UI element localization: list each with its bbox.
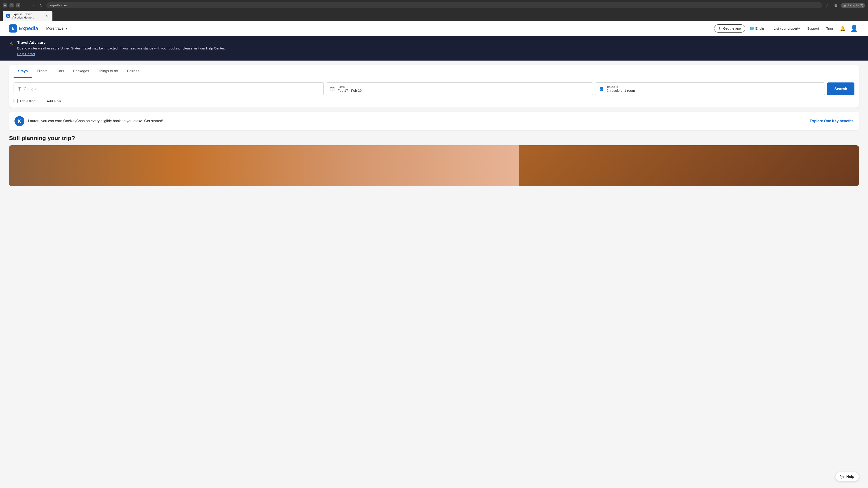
- language-label: English: [755, 26, 767, 30]
- page-content: E Expedia More travel ▾ ⬇ Get the app 🌐 …: [0, 21, 868, 488]
- still-planning-heading: Still planning your trip?: [9, 135, 859, 142]
- add-flight-checkbox[interactable]: Add a flight: [13, 99, 36, 103]
- advisory-title: Travel Advisory: [17, 40, 225, 45]
- refresh-button[interactable]: ↻: [37, 2, 44, 9]
- download-icon: ⬇: [718, 26, 721, 31]
- onekey-left: K Lauren, you can earn OneKeyCash on eve…: [14, 116, 163, 126]
- add-car-checkbox[interactable]: Add a car: [41, 99, 61, 103]
- tab-cars[interactable]: Cars: [52, 65, 69, 78]
- advisory-warning-icon: ⚠: [9, 41, 13, 47]
- tab-cruises-label: Cruises: [127, 69, 139, 73]
- sidebar-button[interactable]: ⊟: [833, 2, 839, 9]
- tab-flights[interactable]: Flights: [32, 65, 52, 78]
- search-button[interactable]: Search: [827, 83, 855, 95]
- notification-bell-icon: 🔔: [840, 26, 846, 31]
- incognito-icon: 🕵: [843, 4, 846, 7]
- still-planning-section: Still planning your trip?: [9, 135, 859, 186]
- travelers-label: Travelers: [607, 86, 635, 89]
- add-flight-label: Add a flight: [20, 99, 36, 103]
- tab-things-label: Things to do: [98, 69, 118, 73]
- incognito-label: Incognito (3): [848, 4, 863, 7]
- list-property-label: List your property: [774, 26, 800, 30]
- onekey-avatar: K: [14, 116, 24, 126]
- get-app-label: Get the app: [723, 26, 741, 30]
- tab-favicon: E: [6, 14, 10, 18]
- tab-flights-label: Flights: [37, 69, 48, 73]
- location-pin-icon: 📍: [17, 87, 22, 92]
- tab-cars-label: Cars: [57, 69, 64, 73]
- globe-icon: 🌐: [750, 26, 754, 31]
- active-tab[interactable]: E Expedia Travel: Vacation Home... ×: [3, 11, 53, 21]
- trips-button[interactable]: Trips: [824, 25, 836, 32]
- help-chat-icon: 💬: [840, 475, 844, 479]
- logo-icon: E: [9, 24, 17, 33]
- logo-name: Expedia: [19, 26, 38, 31]
- more-travel-button[interactable]: More travel ▾: [43, 24, 70, 32]
- support-label: Support: [807, 26, 819, 30]
- advisory-message: Due to winter weather in the United Stat…: [17, 46, 225, 50]
- trips-label: Trips: [826, 26, 834, 30]
- forward-button[interactable]: ›: [31, 2, 36, 8]
- add-car-input[interactable]: [41, 99, 45, 103]
- minimize-button[interactable]: ─: [3, 3, 7, 7]
- advisory-help-center-link[interactable]: Help Center: [17, 52, 35, 56]
- onekey-message: Lauren, you can earn OneKeyCash on every…: [28, 119, 163, 123]
- expedia-header: E Expedia More travel ▾ ⬇ Get the app 🌐 …: [0, 21, 868, 36]
- notification-button[interactable]: 🔔: [838, 24, 847, 33]
- window-controls[interactable]: ─ ⧉ ×: [3, 3, 20, 7]
- search-extras: Add a flight Add a car: [13, 99, 855, 103]
- tab-stays-label: Stays: [18, 69, 28, 73]
- dates-value: Feb 17 - Feb 20: [338, 89, 362, 92]
- more-travel-chevron-icon: ▾: [66, 26, 67, 31]
- destination-image: [9, 145, 519, 186]
- search-inputs: 📍 Going to 📅 Dates Feb 17 - Feb 20 👤 Tra…: [13, 83, 855, 95]
- advisory-content: Travel Advisory Due to winter weather in…: [17, 40, 225, 56]
- address-bar[interactable]: expedia.com: [46, 2, 822, 8]
- back-button[interactable]: ‹: [24, 2, 29, 8]
- onekey-banner: K Lauren, you can earn OneKeyCash on eve…: [9, 112, 859, 130]
- list-property-button[interactable]: List your property: [771, 25, 803, 32]
- destination-card[interactable]: [9, 145, 859, 186]
- going-to-field[interactable]: 📍 Going to: [13, 83, 324, 95]
- tab-packages-label: Packages: [73, 69, 89, 73]
- tab-title: Expedia Travel: Vacation Home...: [12, 12, 43, 19]
- restore-button[interactable]: ⧉: [9, 3, 13, 7]
- new-tab-button[interactable]: +: [53, 13, 60, 21]
- expedia-logo[interactable]: E Expedia: [9, 24, 38, 33]
- travelers-icon: 👤: [599, 87, 604, 92]
- travelers-field-content: Travelers 2 travelers, 1 room: [607, 86, 635, 92]
- explore-onekey-link[interactable]: Explore One Key benefits: [810, 119, 854, 123]
- tab-close-button[interactable]: ×: [45, 14, 49, 18]
- close-button[interactable]: ×: [16, 3, 20, 7]
- get-app-button[interactable]: ⬇ Get the app: [714, 24, 745, 33]
- support-button[interactable]: Support: [804, 25, 822, 32]
- travel-advisory-banner: ⚠ Travel Advisory Due to winter weather …: [0, 36, 868, 61]
- header-right: ⬇ Get the app 🌐 English List your proper…: [714, 24, 859, 33]
- add-car-label: Add a car: [47, 99, 61, 103]
- help-button[interactable]: 💬 Help: [835, 472, 859, 481]
- going-to-placeholder: Going to: [24, 87, 37, 91]
- header-left: E Expedia More travel ▾: [9, 24, 70, 33]
- add-flight-input[interactable]: [13, 99, 18, 103]
- tab-stays[interactable]: Stays: [13, 65, 32, 78]
- account-icon: 👤: [850, 25, 858, 32]
- tab-bar: E Expedia Travel: Vacation Home... × +: [3, 11, 865, 21]
- bookmark-button[interactable]: ☆: [824, 2, 831, 9]
- url-text: expedia.com: [50, 4, 67, 7]
- tab-things-to-do[interactable]: Things to do: [94, 65, 123, 78]
- more-travel-label: More travel: [46, 26, 64, 31]
- dates-field[interactable]: 📅 Dates Feb 17 - Feb 20: [326, 83, 593, 95]
- incognito-badge: 🕵 Incognito (3): [841, 3, 865, 8]
- search-widget: Stays Flights Cars Packages Things to do…: [9, 65, 859, 107]
- tab-packages[interactable]: Packages: [69, 65, 94, 78]
- account-button[interactable]: 👤: [849, 24, 859, 33]
- dates-field-content: Dates Feb 17 - Feb 20: [338, 86, 362, 92]
- calendar-icon: 📅: [330, 87, 335, 92]
- travelers-field[interactable]: 👤 Travelers 2 travelers, 1 room: [595, 83, 825, 95]
- tab-cruises[interactable]: Cruises: [123, 65, 144, 78]
- search-form: 📍 Going to 📅 Dates Feb 17 - Feb 20 👤 Tra…: [9, 78, 859, 107]
- dates-label: Dates: [338, 86, 362, 89]
- search-tabs: Stays Flights Cars Packages Things to do…: [9, 65, 859, 78]
- help-label: Help: [846, 475, 854, 479]
- language-button[interactable]: 🌐 English: [747, 25, 769, 32]
